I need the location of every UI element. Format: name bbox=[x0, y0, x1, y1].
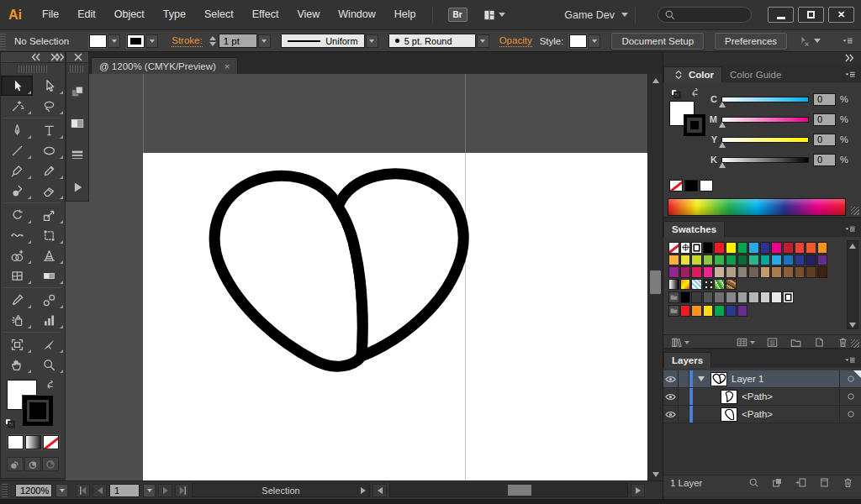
swatches-panel-menu-icon[interactable] bbox=[843, 223, 857, 236]
artboard-tool[interactable] bbox=[1, 334, 33, 354]
artboard-number-field[interactable]: 1 bbox=[109, 484, 140, 497]
stroke-weight-stepper[interactable] bbox=[209, 36, 216, 46]
layer-row-2[interactable]: <Path> bbox=[663, 388, 861, 406]
visibility-toggle[interactable] bbox=[663, 406, 679, 423]
swap-fill-stroke-icon[interactable] bbox=[45, 378, 58, 391]
fill-color-chip[interactable] bbox=[89, 34, 107, 48]
m-value-field[interactable]: 0 bbox=[813, 113, 836, 126]
layer-row-1[interactable]: Layer 1 bbox=[663, 370, 861, 388]
menu-edit[interactable]: Edit bbox=[68, 0, 105, 29]
panel-grip[interactable] bbox=[18, 66, 47, 73]
lock-toggle[interactable] bbox=[679, 406, 689, 423]
column-graph-tool[interactable] bbox=[33, 310, 65, 330]
slider-handle[interactable] bbox=[719, 102, 726, 108]
dock-header[interactable] bbox=[66, 52, 88, 63]
y-slider[interactable] bbox=[721, 137, 809, 143]
black-chip[interactable] bbox=[684, 180, 698, 192]
swatch-6e6254[interactable] bbox=[748, 266, 759, 278]
vertical-scroll-thumb[interactable] bbox=[650, 270, 661, 294]
menu-help[interactable]: Help bbox=[385, 0, 425, 29]
minimize-button[interactable] bbox=[768, 7, 794, 23]
gradient-panel-icon[interactable] bbox=[66, 108, 88, 139]
brush-combo[interactable]: 5 pt. Round bbox=[388, 34, 476, 48]
swatch-afa088[interactable] bbox=[726, 266, 737, 278]
panel-resize-grip[interactable] bbox=[851, 207, 859, 215]
collapse-panel-icon[interactable] bbox=[29, 50, 43, 64]
layer-row-3[interactable]: <Path> bbox=[663, 406, 861, 423]
swatch-f7941d[interactable] bbox=[817, 242, 828, 254]
swatch-00a651[interactable] bbox=[737, 242, 748, 254]
shape-builder-tool[interactable] bbox=[1, 245, 33, 265]
stroke-panel-link[interactable]: Stroke: bbox=[172, 35, 202, 47]
style-dropdown[interactable] bbox=[588, 34, 600, 48]
swatch-c7b299[interactable] bbox=[714, 266, 725, 278]
preferences-button[interactable]: Preferences bbox=[715, 33, 787, 50]
new-sublayer-button[interactable] bbox=[795, 476, 807, 489]
tab-color[interactable]: Color bbox=[663, 66, 722, 82]
swatch-6e6e6e[interactable] bbox=[714, 291, 725, 303]
layer-thumbnail[interactable] bbox=[710, 372, 727, 386]
color-group-folder-icon[interactable] bbox=[668, 291, 679, 303]
layer-name[interactable]: Layer 1 bbox=[732, 374, 763, 384]
delete-button[interactable] bbox=[842, 476, 854, 489]
slice-tool[interactable] bbox=[33, 334, 65, 354]
direct-selection-tool[interactable] bbox=[33, 76, 65, 96]
draw-normal-button[interactable] bbox=[7, 457, 24, 471]
swatch-8c8272[interactable] bbox=[737, 266, 748, 278]
width-tool[interactable] bbox=[1, 225, 33, 245]
magic-wand-tool[interactable] bbox=[1, 96, 33, 116]
hand-tool[interactable] bbox=[1, 354, 33, 375]
lasso-tool[interactable] bbox=[33, 96, 65, 116]
new-layer-button[interactable] bbox=[818, 476, 831, 489]
swatch-0d9e4c[interactable] bbox=[726, 255, 737, 266]
menu-type[interactable]: Type bbox=[154, 0, 195, 29]
locate-object-button[interactable] bbox=[747, 476, 760, 489]
swatch-9e9e9e[interactable] bbox=[737, 291, 748, 303]
actions-panel-icon[interactable] bbox=[66, 171, 88, 203]
swatch-ffde17[interactable] bbox=[703, 305, 714, 317]
swatch-b5b5b5[interactable] bbox=[748, 291, 759, 303]
swatch-be1e2d[interactable] bbox=[783, 242, 794, 254]
swatch-000000[interactable] bbox=[703, 242, 714, 254]
swatch-3b3b3b[interactable] bbox=[691, 291, 702, 303]
select-similar-dropdown[interactable] bbox=[814, 39, 821, 43]
panel-resize-grip[interactable] bbox=[851, 339, 859, 348]
zoom-tool[interactable] bbox=[33, 354, 65, 375]
line-segment-tool[interactable] bbox=[1, 140, 33, 160]
tab-color-guide[interactable]: Color Guide bbox=[722, 66, 789, 82]
next-artboard-button[interactable] bbox=[158, 484, 172, 497]
swatch-888888[interactable] bbox=[726, 291, 737, 303]
swatch-registration[interactable] bbox=[680, 242, 691, 254]
swatch-2e3192[interactable] bbox=[760, 242, 771, 254]
layers-panel-menu-icon[interactable] bbox=[843, 354, 857, 367]
swatch-00a651[interactable] bbox=[714, 305, 725, 317]
layer-thumbnail[interactable] bbox=[721, 407, 737, 422]
zoom-level-field[interactable]: 1200% bbox=[15, 484, 52, 497]
scroll-down-icon[interactable] bbox=[648, 468, 663, 480]
symbol-sprayer-tool[interactable] bbox=[1, 310, 33, 330]
swatch-8cc63f[interactable] bbox=[703, 255, 714, 266]
color-panel-menu-icon[interactable] bbox=[843, 68, 857, 81]
document-setup-button[interactable]: Document Setup bbox=[611, 33, 704, 50]
swatch-kinds-button[interactable] bbox=[736, 336, 755, 349]
collapse-dock-icon[interactable] bbox=[843, 51, 856, 65]
menu-file[interactable]: File bbox=[33, 0, 68, 29]
swatch-0b6939[interactable] bbox=[737, 255, 748, 266]
panel-grip[interactable] bbox=[70, 66, 85, 73]
scale-tool[interactable] bbox=[33, 205, 65, 225]
layer-thumbnail[interactable] bbox=[721, 390, 737, 404]
bridge-button[interactable]: Br bbox=[448, 8, 467, 22]
paintbrush-tool[interactable] bbox=[1, 160, 33, 181]
swatch-pattern-foliage[interactable] bbox=[714, 279, 725, 291]
close-button[interactable]: ✕ bbox=[828, 7, 854, 23]
swatch-options-button[interactable] bbox=[766, 336, 779, 349]
swatch-00a79d[interactable] bbox=[760, 255, 771, 266]
stroke-weight-dropdown[interactable] bbox=[258, 34, 271, 48]
swatch-8b5e3c[interactable] bbox=[783, 266, 794, 278]
swatch-1c75bc[interactable] bbox=[783, 255, 794, 266]
swatch-29abe2[interactable] bbox=[748, 242, 759, 254]
lock-toggle[interactable] bbox=[679, 370, 689, 387]
perspective-grid-tool[interactable] bbox=[33, 245, 65, 265]
new-swatch-button[interactable] bbox=[813, 336, 826, 349]
swatch-a97c50[interactable] bbox=[771, 266, 782, 278]
